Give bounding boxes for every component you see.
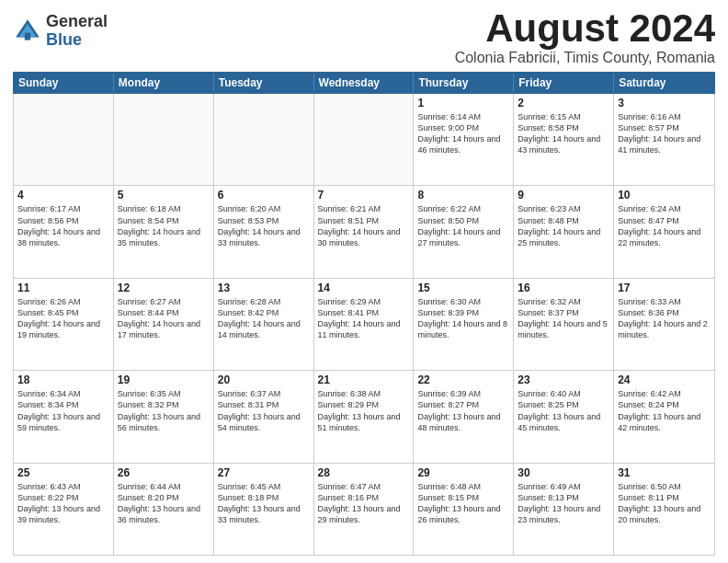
day-number: 28 [318,466,410,479]
logo-general-text: General [46,12,108,30]
day-cell-8: 8Sunrise: 6:22 AM Sunset: 8:50 PM Daylig… [414,186,514,277]
day-info: Sunrise: 6:22 AM Sunset: 8:50 PM Dayligh… [417,203,509,248]
day-cell-empty [214,94,314,185]
week-row-2: 4Sunrise: 6:17 AM Sunset: 8:56 PM Daylig… [14,186,714,278]
day-cell-9: 9Sunrise: 6:23 AM Sunset: 8:48 PM Daylig… [514,186,614,277]
week-row-3: 11Sunrise: 6:26 AM Sunset: 8:45 PM Dayli… [14,279,714,371]
day-cell-20: 20Sunrise: 6:37 AM Sunset: 8:31 PM Dayli… [214,371,314,462]
header-day-friday: Friday [514,73,614,93]
day-number: 10 [618,189,711,201]
day-info: Sunrise: 6:23 AM Sunset: 8:48 PM Dayligh… [518,203,609,248]
day-number: 7 [318,189,410,201]
header-day-thursday: Thursday [414,73,514,93]
day-number: 22 [417,373,509,386]
day-cell-empty [114,94,214,185]
day-info: Sunrise: 6:21 AM Sunset: 8:51 PM Dayligh… [318,203,410,248]
day-number: 24 [618,373,711,386]
day-cell-29: 29Sunrise: 6:48 AM Sunset: 8:15 PM Dayli… [414,464,514,555]
day-number: 13 [218,282,310,294]
day-number: 3 [618,97,711,109]
day-cell-22: 22Sunrise: 6:39 AM Sunset: 8:27 PM Dayli… [414,371,514,462]
header-day-wednesday: Wednesday [314,73,415,93]
day-info: Sunrise: 6:35 AM Sunset: 8:32 PM Dayligh… [118,388,210,433]
day-cell-12: 12Sunrise: 6:27 AM Sunset: 8:44 PM Dayli… [114,279,214,370]
day-number: 26 [118,466,210,479]
day-cell-21: 21Sunrise: 6:38 AM Sunset: 8:29 PM Dayli… [314,371,415,462]
day-cell-4: 4Sunrise: 6:17 AM Sunset: 8:56 PM Daylig… [14,186,114,277]
day-info: Sunrise: 6:30 AM Sunset: 8:39 PM Dayligh… [417,296,509,341]
day-number: 30 [518,466,609,479]
day-number: 9 [518,189,609,201]
day-info: Sunrise: 6:49 AM Sunset: 8:13 PM Dayligh… [518,481,609,526]
svg-rect-2 [25,32,30,40]
day-cell-19: 19Sunrise: 6:35 AM Sunset: 8:32 PM Dayli… [114,371,214,462]
page: General Blue August 2024 Colonia Fabrici… [0,0,728,563]
day-info: Sunrise: 6:45 AM Sunset: 8:18 PM Dayligh… [218,481,310,526]
header-day-saturday: Saturday [614,73,714,93]
day-info: Sunrise: 6:20 AM Sunset: 8:53 PM Dayligh… [218,203,310,248]
day-cell-15: 15Sunrise: 6:30 AM Sunset: 8:39 PM Dayli… [414,279,514,370]
day-cell-26: 26Sunrise: 6:44 AM Sunset: 8:20 PM Dayli… [114,464,214,555]
day-info: Sunrise: 6:26 AM Sunset: 8:45 PM Dayligh… [17,296,109,341]
week-row-5: 25Sunrise: 6:43 AM Sunset: 8:22 PM Dayli… [14,464,714,555]
day-cell-empty [14,94,114,185]
header-day-sunday: Sunday [14,73,114,93]
header-day-monday: Monday [114,73,214,93]
day-info: Sunrise: 6:24 AM Sunset: 8:47 PM Dayligh… [618,203,711,248]
day-cell-23: 23Sunrise: 6:40 AM Sunset: 8:25 PM Dayli… [514,371,614,462]
day-cell-2: 2Sunrise: 6:15 AM Sunset: 8:58 PM Daylig… [514,94,614,185]
day-cell-6: 6Sunrise: 6:20 AM Sunset: 8:53 PM Daylig… [214,186,314,277]
day-info: Sunrise: 6:18 AM Sunset: 8:54 PM Dayligh… [118,203,210,248]
day-info: Sunrise: 6:15 AM Sunset: 8:58 PM Dayligh… [518,111,609,156]
location-title: Colonia Fabricii, Timis County, Romania [455,50,715,66]
day-cell-empty [314,94,415,185]
day-cell-17: 17Sunrise: 6:33 AM Sunset: 8:36 PM Dayli… [614,279,714,370]
day-number: 20 [218,373,310,386]
header: General Blue August 2024 Colonia Fabrici… [13,9,715,66]
day-info: Sunrise: 6:37 AM Sunset: 8:31 PM Dayligh… [218,388,310,433]
day-info: Sunrise: 6:17 AM Sunset: 8:56 PM Dayligh… [17,203,109,248]
day-number: 14 [318,282,410,294]
day-info: Sunrise: 6:14 AM Sunset: 9:00 PM Dayligh… [417,111,509,156]
day-number: 25 [17,466,109,479]
calendar-body: 1Sunrise: 6:14 AM Sunset: 9:00 PM Daylig… [13,94,715,556]
day-info: Sunrise: 6:27 AM Sunset: 8:44 PM Dayligh… [118,296,210,341]
day-info: Sunrise: 6:28 AM Sunset: 8:42 PM Dayligh… [218,296,310,341]
day-info: Sunrise: 6:33 AM Sunset: 8:36 PM Dayligh… [618,296,711,341]
month-title: August 2024 [455,9,715,48]
day-number: 23 [518,373,609,386]
day-cell-10: 10Sunrise: 6:24 AM Sunset: 8:47 PM Dayli… [614,186,714,277]
day-number: 12 [118,282,210,294]
logo-area: General Blue [13,13,108,50]
day-number: 6 [218,189,310,201]
day-cell-1: 1Sunrise: 6:14 AM Sunset: 9:00 PM Daylig… [414,94,514,185]
day-cell-14: 14Sunrise: 6:29 AM Sunset: 8:41 PM Dayli… [314,279,415,370]
day-info: Sunrise: 6:32 AM Sunset: 8:37 PM Dayligh… [518,296,609,341]
day-number: 15 [417,282,509,294]
day-info: Sunrise: 6:44 AM Sunset: 8:20 PM Dayligh… [118,481,210,526]
day-info: Sunrise: 6:38 AM Sunset: 8:29 PM Dayligh… [318,388,410,433]
day-number: 11 [17,282,109,294]
day-number: 8 [417,189,509,201]
day-cell-25: 25Sunrise: 6:43 AM Sunset: 8:22 PM Dayli… [14,464,114,555]
day-number: 4 [17,189,109,201]
day-cell-27: 27Sunrise: 6:45 AM Sunset: 8:18 PM Dayli… [214,464,314,555]
day-cell-7: 7Sunrise: 6:21 AM Sunset: 8:51 PM Daylig… [314,186,415,277]
day-number: 29 [417,466,509,479]
day-number: 19 [118,373,210,386]
day-number: 18 [17,373,109,386]
day-cell-13: 13Sunrise: 6:28 AM Sunset: 8:42 PM Dayli… [214,279,314,370]
week-row-1: 1Sunrise: 6:14 AM Sunset: 9:00 PM Daylig… [14,94,714,186]
calendar-header: SundayMondayTuesdayWednesdayThursdayFrid… [13,72,715,94]
day-number: 21 [318,373,410,386]
day-cell-24: 24Sunrise: 6:42 AM Sunset: 8:24 PM Dayli… [614,371,714,462]
day-info: Sunrise: 6:29 AM Sunset: 8:41 PM Dayligh… [318,296,410,341]
day-number: 31 [618,466,711,479]
day-info: Sunrise: 6:48 AM Sunset: 8:15 PM Dayligh… [417,481,509,526]
day-cell-16: 16Sunrise: 6:32 AM Sunset: 8:37 PM Dayli… [514,279,614,370]
logo-icon [13,17,42,46]
day-cell-5: 5Sunrise: 6:18 AM Sunset: 8:54 PM Daylig… [114,186,214,277]
day-number: 27 [218,466,310,479]
day-info: Sunrise: 6:47 AM Sunset: 8:16 PM Dayligh… [318,481,410,526]
day-info: Sunrise: 6:43 AM Sunset: 8:22 PM Dayligh… [17,481,109,526]
